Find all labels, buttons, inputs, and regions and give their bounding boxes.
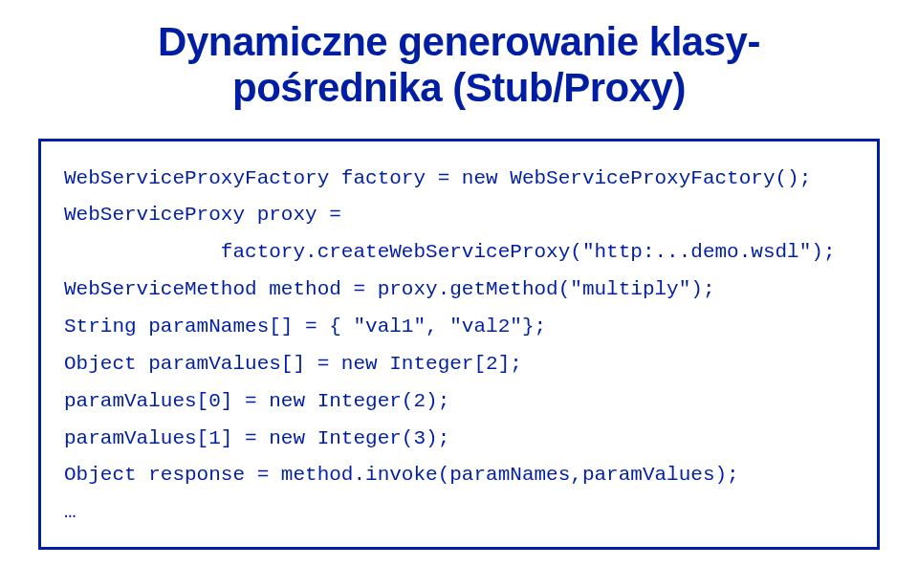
code-line-4: WebServiceMethod method = proxy.getMetho… <box>64 278 715 300</box>
code-line-1: WebServiceProxyFactory factory = new Web… <box>64 167 811 189</box>
code-line-5: String paramNames[] = { "val1", "val2"}; <box>64 316 546 338</box>
title-line-1: Dynamiczne generowanie klasy- <box>158 19 760 64</box>
code-line-3: factory.createWebServiceProxy("http:...d… <box>64 241 836 263</box>
slide-title: Dynamiczne generowanie klasy- pośrednika… <box>38 19 880 112</box>
slide: Dynamiczne generowanie klasy- pośrednika… <box>0 0 918 588</box>
code-line-7: paramValues[0] = new Integer(2); <box>64 390 449 412</box>
code-line-6: Object paramValues[] = new Integer[2]; <box>64 353 522 375</box>
code-line-8: paramValues[1] = new Integer(3); <box>64 427 449 449</box>
code-line-9: Object response = method.invoke(paramNam… <box>64 464 739 486</box>
code-line-2: WebServiceProxy proxy = <box>64 204 341 226</box>
code-line-10: … <box>64 501 76 523</box>
title-line-2: pośrednika (Stub/Proxy) <box>232 65 686 110</box>
code-box: WebServiceProxyFactory factory = new Web… <box>38 139 880 550</box>
